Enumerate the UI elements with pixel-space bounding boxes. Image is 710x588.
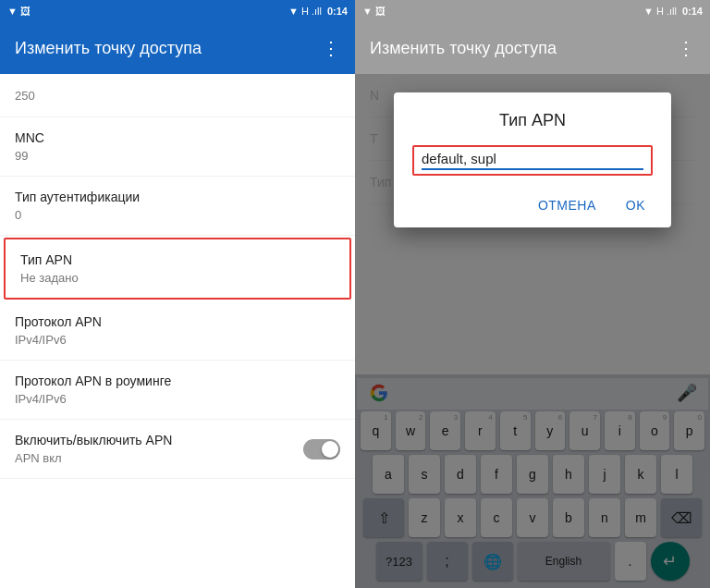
- dialog-overlay: Тип APN ОТМЕНА OK: [355, 74, 710, 588]
- left-app-title: Изменить точку доступа: [15, 39, 307, 58]
- left-item-mnc[interactable]: MNC 99: [0, 117, 355, 177]
- right-app-title: Изменить точку доступа: [370, 39, 662, 58]
- right-signal-icons: ▼ H .ıll: [643, 6, 677, 17]
- dialog-actions: ОТМЕНА OK: [412, 194, 653, 216]
- left-item-enable-label: Включить/выключить APN: [15, 433, 172, 447]
- dialog-title: Тип APN: [412, 111, 653, 130]
- apn-type-input[interactable]: [422, 151, 643, 170]
- left-item-auth[interactable]: Тип аутентификации 0: [0, 177, 355, 236]
- toggle-switch[interactable]: [303, 439, 340, 459]
- apn-type-dialog: Тип APN ОТМЕНА OK: [394, 92, 671, 227]
- right-app-bar: Изменить точку доступа ⋮: [355, 22, 710, 74]
- left-content: 250 MNC 99 Тип аутентификации 0 Тип APN …: [0, 74, 355, 588]
- left-item-apn-type-label: Тип APN: [20, 252, 335, 267]
- left-item-apn-type[interactable]: Тип APN Не задано: [4, 238, 351, 300]
- dialog-cancel-button[interactable]: ОТМЕНА: [531, 194, 604, 216]
- left-item-auth-value: 0: [15, 208, 340, 222]
- dialog-input-wrapper[interactable]: [412, 145, 653, 176]
- left-app-bar: Изменить точку доступа ⋮: [0, 22, 355, 74]
- right-time: 0:14: [682, 6, 703, 17]
- left-item-mnc-value: 99: [15, 149, 340, 163]
- left-panel: ▼ 🖼 ▼ H .ıll 0:14 Изменить точку доступа…: [0, 0, 355, 588]
- left-item-apn-protocol-value: IPv4/IPv6: [15, 333, 340, 347]
- left-status-bar: ▼ 🖼 ▼ H .ıll 0:14: [0, 0, 355, 22]
- left-item-250-value: 250: [15, 89, 35, 103]
- right-menu-icon[interactable]: ⋮: [677, 37, 695, 59]
- right-notification-icons: ▼ 🖼: [362, 6, 386, 17]
- dialog-ok-button[interactable]: OK: [618, 194, 653, 216]
- left-item-apn-type-value: Не задано: [20, 271, 335, 285]
- left-item-roaming-value: IPv4/IPv6: [15, 392, 340, 406]
- left-item-apn-protocol[interactable]: Протокол APN IPv4/IPv6: [0, 301, 355, 361]
- left-time: 0:14: [327, 6, 348, 17]
- left-item-apn-protocol-label: Протокол APN: [15, 314, 340, 329]
- right-status-bar: ▼ 🖼 ▼ H .ıll 0:14: [355, 0, 710, 22]
- right-panel: ▼ 🖼 ▼ H .ıll 0:14 Изменить точку доступа…: [355, 0, 710, 588]
- left-item-auth-label: Тип аутентификации: [15, 190, 340, 204]
- left-item-250: 250: [0, 74, 355, 117]
- left-item-enable-value: APN вкл: [15, 451, 172, 465]
- left-menu-icon[interactable]: ⋮: [322, 37, 340, 59]
- right-status-icons: ▼ 🖼: [362, 6, 386, 17]
- left-item-mnc-label: MNC: [15, 130, 340, 145]
- left-notification-icons: ▼ 🖼: [7, 6, 31, 17]
- left-status-icons: ▼ 🖼: [7, 6, 31, 17]
- left-item-roaming-label: Протокол APN в роуминге: [15, 374, 340, 388]
- left-item-roaming[interactable]: Протокол APN в роуминге IPv4/IPv6: [0, 361, 355, 420]
- left-signal-icons: ▼ H .ıll: [288, 6, 322, 17]
- left-item-enable[interactable]: Включить/выключить APN APN вкл: [0, 420, 355, 479]
